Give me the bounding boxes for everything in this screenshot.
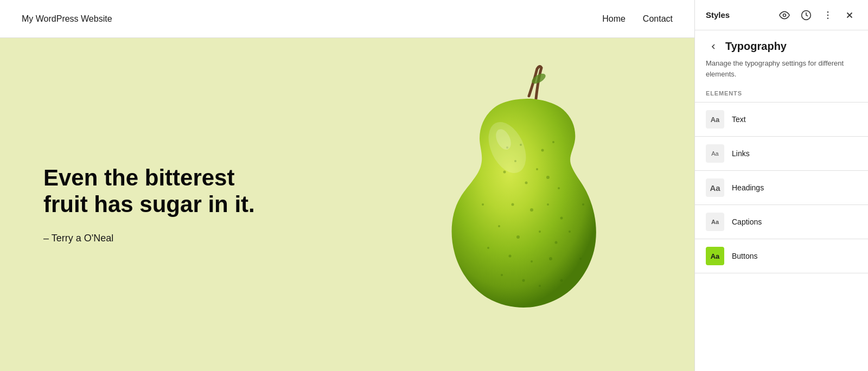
pear-illustration	[423, 63, 629, 346]
captions-badge: Aa	[706, 213, 724, 231]
svg-point-7	[512, 203, 514, 206]
svg-point-26	[582, 203, 584, 206]
svg-point-16	[509, 255, 512, 258]
svg-point-11	[498, 225, 500, 227]
hero-author: – Terry a O'Neal	[43, 233, 282, 244]
svg-point-15	[569, 231, 571, 233]
svg-point-3	[525, 182, 528, 184]
elements-label: ELEMENTS	[695, 90, 868, 102]
captions-label: Captions	[732, 218, 762, 226]
element-links[interactable]: Aa Links	[695, 137, 868, 171]
buttons-label: Buttons	[732, 252, 757, 260]
eye-button[interactable]	[777, 8, 792, 23]
svg-point-33	[783, 14, 786, 16]
typography-header: Typography	[695, 30, 868, 53]
preview-area: My WordPress Website Home Contact Even t…	[0, 0, 694, 371]
hero-quote: Even the bitterest fruit has sugar in it…	[43, 165, 282, 218]
element-buttons[interactable]: Aa Buttons	[695, 239, 868, 273]
panel-header: Styles	[695, 0, 868, 30]
more-button[interactable]	[820, 8, 835, 23]
hero-section: Even the bitterest fruit has sugar in it…	[0, 38, 694, 371]
svg-point-14	[555, 241, 558, 244]
element-captions[interactable]: Aa Captions	[695, 205, 868, 239]
elements-list: Aa Text Aa Links Aa Headings Aa Captions…	[695, 102, 868, 273]
hero-text: Even the bitterest fruit has sugar in it…	[43, 165, 282, 244]
typography-title: Typography	[725, 40, 787, 53]
svg-point-28	[541, 149, 544, 152]
close-icon	[845, 10, 854, 20]
svg-point-36	[827, 14, 829, 16]
svg-point-35	[827, 11, 829, 12]
svg-point-1	[503, 171, 506, 174]
site-title: My WordPress Website	[22, 14, 112, 24]
history-icon	[801, 10, 812, 21]
text-label: Text	[732, 115, 746, 124]
headings-label: Headings	[732, 183, 764, 192]
element-headings[interactable]: Aa Headings	[695, 171, 868, 205]
styles-panel: Styles	[694, 0, 868, 371]
links-badge: Aa	[706, 144, 724, 163]
svg-point-10	[560, 217, 563, 220]
svg-point-22	[539, 285, 541, 287]
svg-point-17	[531, 260, 533, 263]
svg-point-6	[558, 187, 560, 189]
svg-point-12	[516, 235, 520, 239]
svg-point-4	[536, 168, 538, 170]
svg-point-37	[827, 17, 829, 19]
panel-icons	[777, 8, 857, 23]
svg-point-20	[579, 258, 582, 260]
headings-badge: Aa	[706, 178, 724, 197]
svg-point-18	[549, 257, 552, 260]
svg-point-21	[522, 279, 525, 282]
svg-point-25	[482, 203, 484, 206]
svg-point-5	[546, 176, 550, 179]
back-icon	[709, 42, 718, 51]
svg-point-13	[539, 231, 541, 233]
panel-title: Styles	[706, 10, 730, 20]
nav-home[interactable]: Home	[602, 14, 626, 24]
history-button[interactable]	[799, 8, 814, 23]
site-header: My WordPress Website Home Contact	[0, 0, 694, 38]
svg-point-8	[530, 208, 533, 212]
buttons-badge: Aa	[706, 247, 724, 265]
svg-point-9	[547, 203, 549, 206]
svg-point-24	[560, 279, 563, 282]
text-badge: Aa	[706, 110, 724, 129]
nav-contact[interactable]: Contact	[643, 14, 673, 24]
svg-point-23	[501, 274, 503, 276]
element-text[interactable]: Aa Text	[695, 103, 868, 137]
typography-description: Manage the typography settings for diffe…	[695, 53, 868, 90]
back-button[interactable]	[706, 41, 721, 52]
svg-point-29	[552, 141, 554, 143]
eye-icon	[779, 10, 790, 21]
more-icon	[822, 10, 833, 21]
close-button[interactable]	[842, 8, 857, 23]
site-nav: Home Contact	[602, 14, 673, 24]
svg-point-19	[487, 247, 489, 249]
links-label: Links	[732, 149, 750, 158]
pear-svg	[423, 63, 629, 346]
